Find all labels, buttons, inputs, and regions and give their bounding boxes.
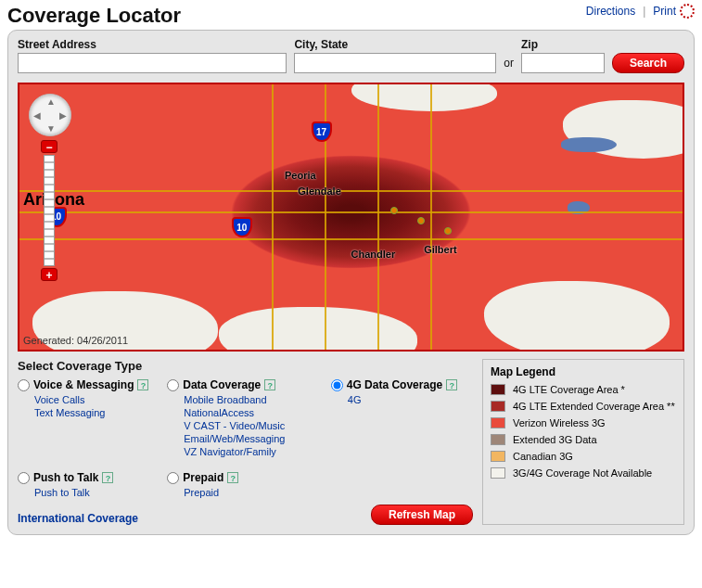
legend-heading: Map Legend [491,365,676,378]
map-legend: Map Legend 4G LTE Coverage Area *4G LTE … [482,359,684,525]
road [272,84,274,350]
coverage-option-ptt: Push to Talk ? Push to Talk [18,471,160,499]
sublink[interactable]: V CAST - Video/Music [184,419,324,432]
sublink[interactable]: Email/Web/Messaging [184,432,324,445]
radio-voice[interactable] [18,379,30,391]
sublink[interactable]: Push to Talk [34,486,160,499]
pan-north-icon[interactable]: ▲ [46,96,56,107]
legend-label: Extended 3G Data [513,434,597,445]
coverage-option-prepaid: Prepaid ? Prepaid [167,471,324,499]
radio-4g[interactable] [331,379,343,391]
help-icon[interactable]: ? [227,472,238,483]
print-link[interactable]: Print [653,5,676,18]
legend-swatch-icon [491,417,505,428]
city-dot-icon [417,217,425,224]
link-separator: | [643,5,645,18]
pan-control[interactable]: ▲ ▼ ◀ ▶ [29,94,71,136]
road [19,190,683,192]
radio-ptt[interactable] [18,472,30,484]
help-icon[interactable]: ? [446,379,457,390]
sublink[interactable]: NationalAccess [184,406,324,419]
zip-input[interactable] [521,53,605,73]
data-label: Data Coverage [183,378,261,391]
zoom-control: − + [40,140,58,281]
coverage-map[interactable]: 17 10 10 Peoria Glendale Chandler Gilber… [18,83,684,352]
street-label: Street Address [18,38,287,51]
international-coverage-link[interactable]: International Coverage [18,512,138,525]
help-icon[interactable]: ? [137,379,148,390]
help-icon[interactable]: ? [102,472,113,483]
city-label: City, State [294,38,496,51]
radio-prepaid[interactable] [167,472,179,484]
legend-label: 4G LTE Coverage Area * [513,384,625,395]
road [19,211,683,213]
loading-spinner-icon [680,4,695,19]
road [430,84,432,350]
city-label: Glendale [298,185,340,197]
legend-swatch-icon [491,401,505,412]
coverage-option-data: Data Coverage ? Mobile Broadband Nationa… [167,378,324,458]
voice-label: Voice & Messaging [33,378,134,391]
ptt-label: Push to Talk [33,471,98,484]
legend-label: 4G LTE Extended Coverage Area ** [513,401,675,412]
coverage-type-section: Select Coverage Type Voice & Messaging ?… [18,359,473,525]
generated-label: Generated: 04/26/2011 [23,335,128,346]
city-input[interactable] [294,53,496,73]
sublink[interactable]: Voice Calls [34,393,160,406]
legend-row: 4G LTE Extended Coverage Area ** [491,401,676,412]
pan-west-icon[interactable]: ◀ [33,110,41,121]
zoom-slider[interactable] [44,155,55,266]
city-dot-icon [390,207,398,214]
coverage-option-voice: Voice & Messaging ? Voice Calls Text Mes… [18,378,160,458]
sublink[interactable]: 4G [348,393,473,406]
legend-row: Canadian 3G [491,451,676,462]
prepaid-label: Prepaid [183,471,223,484]
fourg-label: 4G Data Coverage [347,378,442,391]
main-panel: Street Address City, State or Zip Search [7,30,695,535]
zip-label: Zip [521,38,605,51]
search-row: Street Address City, State or Zip Search [18,38,684,73]
search-button[interactable]: Search [612,53,684,73]
top-links: Directions | Print [586,4,695,19]
zoom-out-button[interactable]: − [41,140,57,153]
pan-south-icon[interactable]: ▼ [46,123,56,134]
or-label: or [504,57,514,73]
legend-label: Verizon Wireless 3G [513,417,606,428]
coverage-option-4g: 4G Data Coverage ? 4G [331,378,473,458]
road [377,84,379,350]
city-label: Gilbert [424,244,456,255]
sublink[interactable]: VZ Navigator/Family [184,445,324,458]
legend-swatch-icon [491,467,505,479]
city-label: Chandler [351,249,396,260]
sublink[interactable]: Text Messaging [34,406,160,419]
pan-east-icon[interactable]: ▶ [59,110,67,121]
legend-row: Verizon Wireless 3G [491,417,676,428]
radio-data[interactable] [167,379,179,391]
sublink[interactable]: Prepaid [184,486,324,499]
legend-row: 4G LTE Coverage Area * [491,384,676,395]
city-label: Peoria [285,170,316,181]
refresh-map-button[interactable]: Refresh Map [371,505,473,525]
legend-swatch-icon [491,451,505,462]
sublink[interactable]: Mobile Broadband [184,393,324,406]
lake-icon [561,137,617,152]
road [19,238,683,240]
zoom-in-button[interactable]: + [41,268,57,281]
legend-swatch-icon [491,434,505,445]
coverage-type-heading: Select Coverage Type [18,359,473,373]
help-icon[interactable]: ? [264,379,275,390]
legend-row: Extended 3G Data [491,434,676,445]
street-input[interactable] [18,53,287,73]
directions-link[interactable]: Directions [586,5,635,18]
legend-label: Canadian 3G [513,451,573,462]
page-title: Coverage Locator [7,4,181,28]
legend-swatch-icon [491,384,505,395]
legend-label: 3G/4G Coverage Not Available [513,467,652,479]
legend-row: 3G/4G Coverage Not Available [491,467,676,479]
